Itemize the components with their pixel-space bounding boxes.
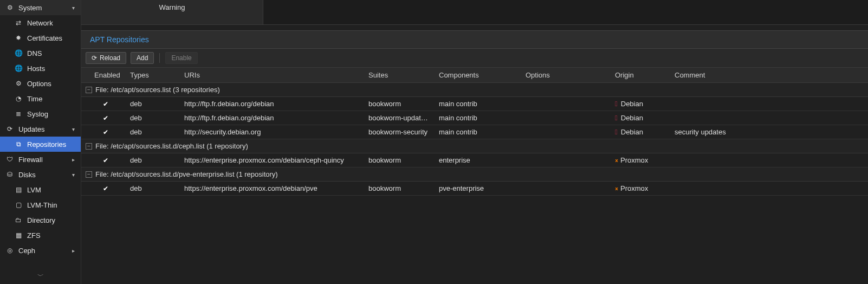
sidebar-item-label: Hosts	[27, 64, 81, 73]
panel-header: APT Repositories	[81, 30, 868, 49]
table-row[interactable]: ✔debhttp://ftp.fr.debian.org/debianbookw…	[81, 97, 868, 111]
sidebar-item-label: LVM	[27, 186, 81, 194]
sidebar-item-certificates[interactable]: ✸Certificates	[0, 30, 81, 46]
enabled-check-icon: ✔	[103, 128, 108, 136]
th-enabled[interactable]: Enabled	[81, 71, 130, 79]
group-collapse-icon[interactable]: −	[86, 171, 92, 178]
status-empty	[263, 0, 868, 25]
sidebar-item-directory[interactable]: 🗀Directory	[0, 212, 81, 228]
sidebar-item-label: Certificates	[27, 34, 81, 42]
group-label: File: /etc/apt/sources.list.d/pve-enterp…	[95, 170, 278, 178]
cell-types: deb	[130, 100, 184, 108]
sidebar-item-label: Disks	[18, 171, 69, 179]
reload-label: Reload	[100, 54, 120, 62]
cell-origin: 𖦹Debian	[615, 114, 675, 122]
reload-button[interactable]: ⟳ Reload	[86, 52, 126, 64]
th-comment[interactable]: Comment	[675, 71, 868, 79]
group-label: File: /etc/apt/sources.list (3 repositor…	[95, 86, 220, 94]
group-collapse-icon[interactable]: −	[86, 143, 92, 150]
cell-uris: http://security.debian.org	[184, 128, 368, 136]
debian-icon: 𖦹	[615, 114, 618, 122]
sidebar-item-label: Repositories	[27, 140, 81, 149]
network-icon: ⇄	[14, 19, 23, 27]
lvm-thin-icon: ▢	[14, 201, 23, 209]
reload-icon: ⟳	[92, 54, 97, 62]
cell-origin: ›‹Proxmox	[615, 184, 675, 192]
sidebar-item-hosts[interactable]: 🌐Hosts	[0, 61, 81, 76]
cell-types: deb	[130, 156, 184, 164]
toolbar: ⟳ Reload Add Enable	[81, 49, 868, 68]
cell-suites: bookworm-updat…	[368, 114, 439, 122]
chevron-icon[interactable]: ▸	[69, 157, 77, 163]
add-button[interactable]: Add	[131, 52, 154, 64]
sidebar-collapse-icon[interactable]: ﹀	[0, 272, 81, 281]
enabled-check-icon: ✔	[103, 185, 108, 192]
sidebar-item-firewall[interactable]: 🛡Firewall▸	[0, 152, 81, 167]
cell-uris: http://ftp.fr.debian.org/debian	[184, 114, 368, 122]
cell-components: main contrib	[439, 128, 526, 136]
sidebar-item-network[interactable]: ⇄Network	[0, 15, 81, 30]
chevron-icon[interactable]: ▸	[69, 248, 77, 254]
firewall-icon: 🛡	[5, 156, 14, 163]
sidebar-item-lvm-thin[interactable]: ▢LVM-Thin	[0, 197, 81, 212]
sidebar-item-label: LVM-Thin	[27, 201, 81, 209]
cell-enabled: ✔	[81, 157, 130, 164]
repositories-icon: ⧉	[14, 140, 23, 148]
sidebar-item-disks[interactable]: ⛁Disks▾	[0, 167, 81, 182]
cell-enabled: ✔	[81, 128, 130, 136]
th-options[interactable]: Options	[526, 71, 615, 79]
table-group-header[interactable]: −File: /etc/apt/sources.list.d/pve-enter…	[81, 167, 868, 182]
chevron-icon[interactable]: ▾	[69, 126, 77, 132]
group-collapse-icon[interactable]: −	[86, 87, 92, 93]
sidebar-item-syslog[interactable]: ≣Syslog	[0, 106, 81, 121]
updates-icon: ⟳	[5, 125, 14, 133]
th-types[interactable]: Types	[130, 71, 184, 79]
chevron-icon[interactable]: ▾	[69, 5, 77, 11]
system-icon: ⚙	[5, 4, 14, 11]
chevron-icon[interactable]: ▾	[69, 172, 77, 178]
cell-components: enterprise	[439, 156, 526, 164]
th-components[interactable]: Components	[439, 71, 526, 79]
cell-uris: https://enterprise.proxmox.com/debian/ce…	[184, 156, 368, 164]
panel-title: APT Repositories	[90, 35, 149, 44]
sidebar-item-lvm[interactable]: ▤LVM	[0, 182, 81, 197]
table-row[interactable]: ✔debhttp://security.debian.orgbookworm-s…	[81, 125, 868, 139]
sidebar-item-options[interactable]: ⚙Options	[0, 76, 81, 91]
sidebar-item-zfs[interactable]: ▦ZFS	[0, 228, 81, 243]
enable-button: Enable	[165, 52, 197, 64]
enabled-check-icon: ✔	[103, 157, 108, 164]
lvm-icon: ▤	[14, 186, 23, 193]
disks-icon: ⛁	[5, 171, 14, 178]
cell-origin: 𖦹Debian	[615, 100, 675, 108]
sidebar-item-system[interactable]: ⚙System▾	[0, 0, 81, 15]
origin-label: Debian	[621, 114, 643, 122]
th-suites[interactable]: Suites	[368, 71, 439, 79]
table-group-header[interactable]: −File: /etc/apt/sources.list (3 reposito…	[81, 83, 868, 97]
table-row[interactable]: ✔debhttps://enterprise.proxmox.com/debia…	[81, 153, 868, 167]
th-origin[interactable]: Origin	[615, 71, 675, 79]
table-group-header[interactable]: −File: /etc/apt/sources.list.d/ceph.list…	[81, 139, 868, 153]
sidebar: ⚙System▾⇄Network✸Certificates🌐DNS🌐Hosts⚙…	[0, 0, 81, 284]
cell-comment: security updates	[675, 128, 868, 136]
cell-suites: bookworm	[368, 184, 439, 192]
sidebar-item-updates[interactable]: ⟳Updates▾	[0, 121, 81, 137]
th-uris[interactable]: URIs	[184, 71, 368, 79]
sidebar-item-dns[interactable]: 🌐DNS	[0, 46, 81, 61]
sidebar-item-label: System	[18, 4, 69, 12]
cell-origin: ›‹Proxmox	[615, 156, 675, 164]
sidebar-item-time[interactable]: ◔Time	[0, 91, 81, 106]
zfs-icon: ▦	[14, 231, 23, 239]
add-label: Add	[137, 54, 148, 62]
status-warning-tab[interactable]: Warning	[81, 0, 263, 25]
table-row[interactable]: ✔debhttp://ftp.fr.debian.org/debianbookw…	[81, 111, 868, 125]
sidebar-item-label: ZFS	[27, 231, 81, 240]
table-row[interactable]: ✔debhttps://enterprise.proxmox.com/debia…	[81, 182, 868, 196]
sidebar-item-ceph[interactable]: ◎Ceph▸	[0, 243, 81, 258]
cell-types: deb	[130, 128, 184, 136]
cell-types: deb	[130, 114, 184, 122]
sidebar-item-repositories[interactable]: ⧉Repositories	[0, 137, 81, 152]
sidebar-item-label: Firewall	[18, 156, 69, 164]
cell-components: main contrib	[439, 100, 526, 108]
enable-label: Enable	[171, 54, 191, 62]
cell-origin: 𖦹Debian	[615, 128, 675, 136]
